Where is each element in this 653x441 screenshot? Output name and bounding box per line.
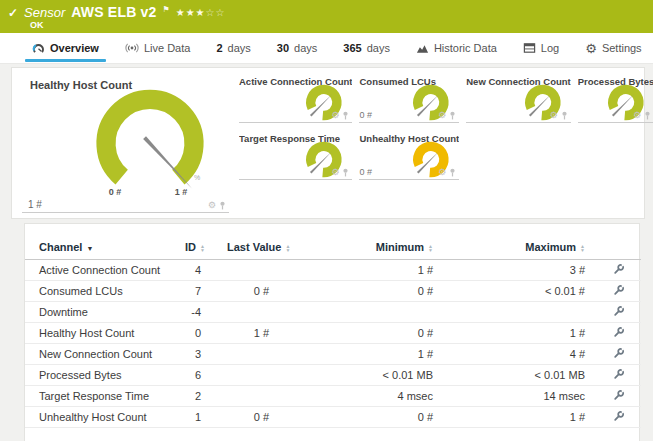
channel-last-value bbox=[213, 386, 281, 407]
channel-id: 7 bbox=[171, 281, 213, 302]
channel-settings-wrench-icon[interactable] bbox=[613, 410, 625, 424]
mini-gauge-consumed-lcus[interactable]: Consumed LCUs 0 # ⚙ bbox=[359, 73, 459, 123]
tab-overview-label: Overview bbox=[50, 42, 99, 54]
channel-maximum: 14 msec bbox=[445, 386, 597, 407]
tab-365-days[interactable]: 365 days bbox=[343, 33, 390, 63]
channel-settings-wrench-icon[interactable] bbox=[613, 347, 625, 361]
priority-stars[interactable]: ★★★☆☆ bbox=[176, 7, 226, 18]
channel-maximum: 1 # bbox=[445, 407, 597, 428]
stars-empty: ☆☆ bbox=[206, 7, 226, 18]
tab-2-days-unit: days bbox=[228, 42, 251, 54]
channels-table: Channel▼ ID▲▼ Last Value▲▼ Minimum▲▼ Max… bbox=[25, 238, 641, 428]
header-maximum[interactable]: Maximum▲▼ bbox=[445, 238, 597, 260]
gauge-pin-icon[interactable] bbox=[561, 111, 568, 120]
gauges-overview-box: Healthy Host Count 0 # 1 # % 1 # ⚙ Activ… bbox=[11, 67, 645, 219]
mini-gauge-new-connection-count[interactable]: New Connection Count ⚙ bbox=[466, 73, 571, 123]
gauge-pin-icon[interactable] bbox=[342, 111, 349, 120]
gauge-gear-icon[interactable]: ⚙ bbox=[331, 168, 339, 177]
channel-last-value bbox=[213, 260, 281, 281]
primary-gauge-unit-hint: % bbox=[194, 174, 200, 181]
gauge-pin-icon[interactable] bbox=[449, 111, 456, 120]
status-check-icon: ✓ bbox=[8, 6, 18, 20]
gauge-gear-icon[interactable]: ⚙ bbox=[550, 111, 558, 120]
tab-live-data-label: Live Data bbox=[144, 42, 190, 54]
channel-name[interactable]: Active Connection Count bbox=[25, 260, 171, 281]
historic-chart-icon bbox=[416, 42, 429, 54]
channel-last-value bbox=[213, 365, 281, 386]
channel-settings-wrench-icon[interactable] bbox=[613, 326, 625, 340]
tab-30-days[interactable]: 30 days bbox=[277, 33, 318, 63]
channel-maximum: 1 # bbox=[445, 323, 597, 344]
header-last-value[interactable]: Last Value▲▼ bbox=[213, 238, 281, 260]
gauge-gear-icon[interactable]: ⚙ bbox=[208, 201, 216, 210]
mini-gauge-active-connection-count[interactable]: Active Connection Count ⚙ bbox=[239, 73, 352, 123]
sort-icon: ▲▼ bbox=[200, 244, 205, 252]
channel-minimum: 0 # bbox=[281, 281, 445, 302]
channel-minimum: 1 # bbox=[281, 260, 445, 281]
gauge-gear-icon[interactable]: ⚙ bbox=[331, 111, 339, 120]
gauge-pin-icon[interactable] bbox=[449, 168, 456, 177]
tab-30-days-unit: days bbox=[294, 42, 317, 54]
tab-overview[interactable]: Overview bbox=[32, 33, 99, 63]
channel-last-value bbox=[213, 344, 281, 365]
sort-icon: ▲▼ bbox=[285, 244, 290, 252]
mini-gauges-grid: Active Connection Count ⚙ Consumed LCUs … bbox=[239, 73, 636, 180]
tab-live-data[interactable]: Live Data bbox=[125, 33, 190, 63]
gauge-gear-icon[interactable]: ⚙ bbox=[438, 111, 446, 120]
channel-name[interactable]: Unhealthy Host Count bbox=[25, 407, 171, 428]
channel-maximum: < 0.01 MB bbox=[445, 365, 597, 386]
channel-id: -4 bbox=[171, 302, 213, 323]
primary-gauge-panel[interactable]: Healthy Host Count 0 # 1 # % 1 # ⚙ bbox=[22, 73, 229, 213]
gauge-pin-icon[interactable] bbox=[342, 168, 349, 177]
tab-log[interactable]: Log bbox=[523, 33, 559, 63]
overview-gauge-icon bbox=[32, 42, 45, 55]
mini-gauge-processed-bytes[interactable]: Processed Bytes ⚙ bbox=[578, 73, 653, 123]
channel-settings-wrench-icon[interactable] bbox=[613, 305, 625, 319]
tab-bar: Overview Live Data 2 days 30 days 365 da… bbox=[0, 33, 653, 64]
header-id[interactable]: ID▲▼ bbox=[171, 238, 213, 260]
channel-name[interactable]: Downtime bbox=[25, 302, 171, 323]
tab-settings[interactable]: ⚙ Settings bbox=[585, 33, 641, 63]
channel-settings-wrench-icon[interactable] bbox=[613, 284, 625, 298]
channel-name[interactable]: New Connection Count bbox=[25, 344, 171, 365]
mini-gauge-unhealthy-host-count[interactable]: Unhealthy Host Count 0 # ⚙ bbox=[359, 130, 459, 180]
gauge-pin-icon[interactable] bbox=[219, 201, 226, 210]
mini-gauge-target-response-time[interactable]: Target Response Time ⚙ bbox=[239, 130, 352, 180]
table-row: Processed Bytes 6 < 0.01 MB < 0.01 MB bbox=[25, 365, 641, 386]
primary-gauge-scale-max: 1 # bbox=[166, 187, 196, 197]
channel-id: 0 bbox=[171, 323, 213, 344]
channel-name[interactable]: Processed Bytes bbox=[25, 365, 171, 386]
channel-name[interactable]: Target Response Time bbox=[25, 386, 171, 407]
gauge-gear-icon[interactable]: ⚙ bbox=[633, 111, 641, 120]
gauge-pin-icon[interactable] bbox=[644, 111, 651, 120]
tab-2-days-number: 2 bbox=[216, 42, 222, 54]
channel-last-value bbox=[213, 302, 281, 323]
settings-gear-icon: ⚙ bbox=[585, 42, 597, 55]
channel-last-value: 0 # bbox=[213, 407, 281, 428]
header-channel[interactable]: Channel▼ bbox=[25, 238, 171, 260]
channel-minimum: 0 # bbox=[281, 407, 445, 428]
channel-settings-wrench-icon[interactable] bbox=[613, 263, 625, 277]
channels-table-box: Channel▼ ID▲▼ Last Value▲▼ Minimum▲▼ Max… bbox=[24, 223, 640, 441]
channel-maximum: 4 # bbox=[445, 344, 597, 365]
tab-historic-data-label: Historic Data bbox=[434, 42, 497, 54]
table-row: Downtime -4 bbox=[25, 302, 641, 323]
tab-2-days[interactable]: 2 days bbox=[216, 33, 250, 63]
table-row: Target Response Time 2 4 msec 14 msec bbox=[25, 386, 641, 407]
table-header-row: Channel▼ ID▲▼ Last Value▲▼ Minimum▲▼ Max… bbox=[25, 238, 641, 260]
primary-gauge-scale-min: 0 # bbox=[100, 187, 130, 197]
gauge-gear-icon[interactable]: ⚙ bbox=[438, 168, 446, 177]
flag-icon[interactable]: ⚑ bbox=[163, 5, 170, 14]
channel-last-value: 1 # bbox=[213, 323, 281, 344]
header-actions bbox=[597, 238, 641, 260]
tab-365-days-unit: days bbox=[367, 42, 390, 54]
channel-id: 6 bbox=[171, 365, 213, 386]
header-minimum[interactable]: Minimum▲▼ bbox=[281, 238, 445, 260]
channel-settings-wrench-icon[interactable] bbox=[613, 389, 625, 403]
tab-historic-data[interactable]: Historic Data bbox=[416, 33, 497, 63]
channel-name[interactable]: Consumed LCUs bbox=[25, 281, 171, 302]
channel-minimum: 0 # bbox=[281, 323, 445, 344]
tab-365-days-number: 365 bbox=[343, 42, 361, 54]
channel-name[interactable]: Healthy Host Count bbox=[25, 323, 171, 344]
channel-settings-wrench-icon[interactable] bbox=[613, 368, 625, 382]
